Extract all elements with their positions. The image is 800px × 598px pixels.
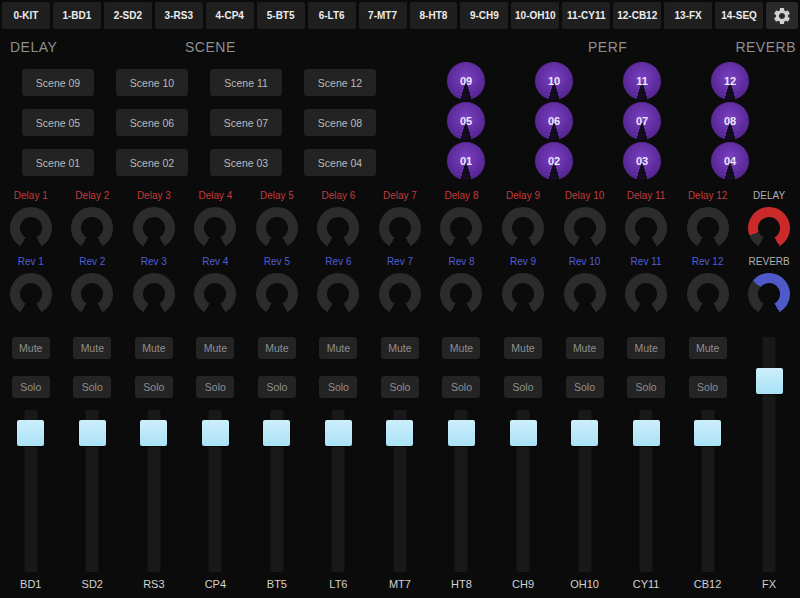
perf-knob-02[interactable]: 02 xyxy=(535,142,573,180)
delay-11-knob[interactable] xyxy=(625,207,667,249)
rev-7-knob[interactable] xyxy=(379,273,421,315)
fader-track-rs3[interactable] xyxy=(147,410,160,572)
solo-button-lt6[interactable]: Solo xyxy=(319,376,357,398)
fader-handle-ch9[interactable] xyxy=(510,420,537,446)
fader-track-lt6[interactable] xyxy=(332,410,345,572)
scene-button-10[interactable]: Scene 10 xyxy=(116,69,188,96)
perf-knob-04[interactable]: 04 xyxy=(711,142,749,180)
scene-button-11[interactable]: Scene 11 xyxy=(210,69,282,96)
tab-5-bt5[interactable]: 5-BT5 xyxy=(257,2,305,29)
mute-button-cy11[interactable]: Mute xyxy=(627,337,665,359)
scene-button-02[interactable]: Scene 02 xyxy=(116,149,188,176)
perf-knob-07[interactable]: 07 xyxy=(623,102,661,140)
mute-button-cb12[interactable]: Mute xyxy=(689,337,727,359)
mute-button-ht8[interactable]: Mute xyxy=(442,337,480,359)
fader-handle-bd1[interactable] xyxy=(17,420,44,446)
fader-handle-cp4[interactable] xyxy=(202,420,229,446)
tab-12-cb12[interactable]: 12-CB12 xyxy=(613,2,661,29)
delay-2-knob[interactable] xyxy=(71,207,113,249)
mute-button-oh10[interactable]: Mute xyxy=(566,337,604,359)
solo-button-cy11[interactable]: Solo xyxy=(627,376,665,398)
tab-13-fx[interactable]: 13-FX xyxy=(664,2,712,29)
fader-track-ch9[interactable] xyxy=(517,410,530,572)
solo-button-rs3[interactable]: Solo xyxy=(135,376,173,398)
mute-button-bd1[interactable]: Mute xyxy=(12,337,50,359)
fader-handle-cy11[interactable] xyxy=(633,420,660,446)
rev-8-knob[interactable] xyxy=(440,273,482,315)
tab-11-cy11[interactable]: 11-CY11 xyxy=(562,2,610,29)
fader-handle-rs3[interactable] xyxy=(140,420,167,446)
rev-11-knob[interactable] xyxy=(625,273,667,315)
tab-8-ht8[interactable]: 8-HT8 xyxy=(410,2,458,29)
perf-knob-12[interactable]: 12 xyxy=(711,62,749,100)
rev-5-knob[interactable] xyxy=(256,273,298,315)
rev-1-knob[interactable] xyxy=(10,273,52,315)
perf-knob-06[interactable]: 06 xyxy=(535,102,573,140)
solo-button-ht8[interactable]: Solo xyxy=(442,376,480,398)
rev-2-knob[interactable] xyxy=(71,273,113,315)
delay-4-knob[interactable] xyxy=(194,207,236,249)
scene-button-01[interactable]: Scene 01 xyxy=(22,149,94,176)
delay-10-knob[interactable] xyxy=(564,207,606,249)
tab-3-rs3[interactable]: 3-RS3 xyxy=(155,2,203,29)
fader-track-bd1[interactable] xyxy=(24,410,37,572)
tab-1-bd1[interactable]: 1-BD1 xyxy=(53,2,101,29)
scene-button-05[interactable]: Scene 05 xyxy=(22,109,94,136)
delay-8-knob[interactable] xyxy=(440,207,482,249)
mute-button-ch9[interactable]: Mute xyxy=(504,337,542,359)
delay-3-knob[interactable] xyxy=(133,207,175,249)
fader-track-bt5[interactable] xyxy=(270,410,283,572)
mute-button-bt5[interactable]: Mute xyxy=(258,337,296,359)
rev-6-knob[interactable] xyxy=(317,273,359,315)
solo-button-cp4[interactable]: Solo xyxy=(196,376,234,398)
rev-3-knob[interactable] xyxy=(133,273,175,315)
scene-button-07[interactable]: Scene 07 xyxy=(210,109,282,136)
delay-6-knob[interactable] xyxy=(317,207,359,249)
fader-track-mt7[interactable] xyxy=(393,410,406,572)
perf-knob-09[interactable]: 09 xyxy=(447,62,485,100)
solo-button-oh10[interactable]: Solo xyxy=(566,376,604,398)
scene-button-03[interactable]: Scene 03 xyxy=(210,149,282,176)
solo-button-bt5[interactable]: Solo xyxy=(258,376,296,398)
mute-button-cp4[interactable]: Mute xyxy=(196,337,234,359)
perf-knob-05[interactable]: 05 xyxy=(447,102,485,140)
tab-6-lt6[interactable]: 6-LT6 xyxy=(308,2,356,29)
perf-knob-01[interactable]: 01 xyxy=(447,142,485,180)
tab-14-seq[interactable]: 14-SEQ xyxy=(715,2,763,29)
delay-1-knob[interactable] xyxy=(10,207,52,249)
delay-9-knob[interactable] xyxy=(502,207,544,249)
perf-knob-11[interactable]: 11 xyxy=(623,62,661,100)
fader-handle-lt6[interactable] xyxy=(325,420,352,446)
solo-button-ch9[interactable]: Solo xyxy=(504,376,542,398)
perf-knob-10[interactable]: 10 xyxy=(535,62,573,100)
fader-track-oh10[interactable] xyxy=(578,410,591,572)
fader-track-sd2[interactable] xyxy=(86,410,99,572)
solo-button-mt7[interactable]: Solo xyxy=(381,376,419,398)
rev-10-knob[interactable] xyxy=(564,273,606,315)
settings-button[interactable] xyxy=(766,2,798,29)
tab-0-kit[interactable]: 0-KIT xyxy=(2,2,50,29)
tab-2-sd2[interactable]: 2-SD2 xyxy=(104,2,152,29)
fader-track-cy11[interactable] xyxy=(640,410,653,572)
fader-handle-bt5[interactable] xyxy=(263,420,290,446)
perf-knob-08[interactable]: 08 xyxy=(711,102,749,140)
tab-4-cp4[interactable]: 4-CP4 xyxy=(206,2,254,29)
scene-button-04[interactable]: Scene 04 xyxy=(304,149,376,176)
mute-button-rs3[interactable]: Mute xyxy=(135,337,173,359)
fader-handle-ht8[interactable] xyxy=(448,420,475,446)
scene-button-12[interactable]: Scene 12 xyxy=(304,69,376,96)
scene-button-09[interactable]: Scene 09 xyxy=(22,69,94,96)
mute-button-sd2[interactable]: Mute xyxy=(73,337,111,359)
mute-button-mt7[interactable]: Mute xyxy=(381,337,419,359)
delay-12-knob[interactable] xyxy=(687,207,729,249)
reverb-master-knob[interactable] xyxy=(748,273,790,315)
rev-4-knob[interactable] xyxy=(194,273,236,315)
tab-7-mt7[interactable]: 7-MT7 xyxy=(359,2,407,29)
solo-button-cb12[interactable]: Solo xyxy=(689,376,727,398)
delay-5-knob[interactable] xyxy=(256,207,298,249)
perf-knob-03[interactable]: 03 xyxy=(623,142,661,180)
rev-12-knob[interactable] xyxy=(687,273,729,315)
delay-7-knob[interactable] xyxy=(379,207,421,249)
solo-button-sd2[interactable]: Solo xyxy=(73,376,111,398)
scene-button-08[interactable]: Scene 08 xyxy=(304,109,376,136)
